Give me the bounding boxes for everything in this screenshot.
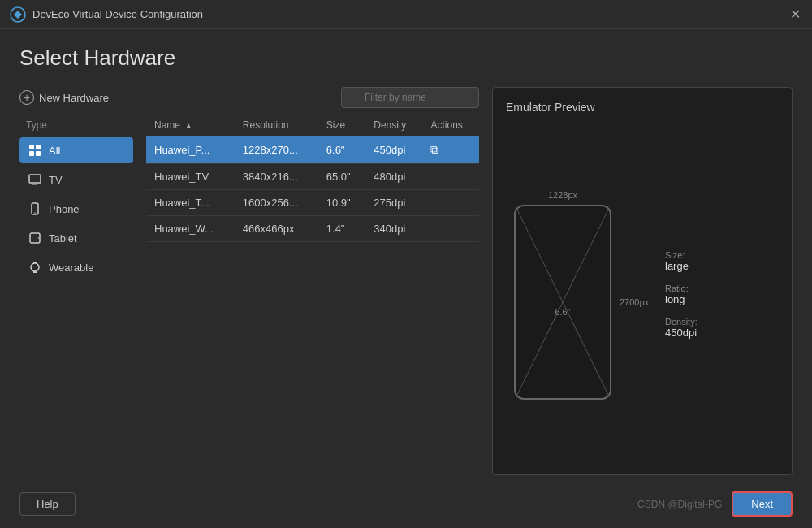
cell-resolution: 3840x216... xyxy=(235,164,318,190)
close-button[interactable]: ✕ xyxy=(788,7,802,22)
preview-info: Size: large Ratio: long Density: 450dpi xyxy=(665,250,738,339)
info-size: Size: large xyxy=(665,250,738,272)
table-row[interactable]: Huawei_W... 466x466px 1.4" 340dpi xyxy=(146,216,479,242)
svg-rect-13 xyxy=(33,271,37,273)
dim-center-label: 6.6" xyxy=(555,307,570,317)
filter-input[interactable] xyxy=(341,87,479,108)
cell-size: 1.4" xyxy=(318,216,365,242)
title-bar: DevEco Virtual Device Configuration ✕ xyxy=(0,0,812,29)
cell-size: 65.0" xyxy=(318,164,365,190)
app-logo-icon xyxy=(10,6,26,23)
bottom-bar: Help CSDN @Digital-PG Next xyxy=(19,482,793,528)
cell-actions xyxy=(422,164,479,190)
dim-top-label: 1228px xyxy=(548,190,577,200)
svg-rect-12 xyxy=(33,262,37,263)
cell-density: 275dpi xyxy=(365,190,422,216)
cell-size: 6.6" xyxy=(318,136,365,164)
help-button[interactable]: Help xyxy=(19,492,76,516)
table-row[interactable]: Huawei_P... 1228x270... 6.6" 450dpi ⧉ xyxy=(146,136,479,164)
svg-rect-1 xyxy=(29,145,34,149)
device-preview: 1228px 6.6" 2700px xyxy=(514,205,611,400)
cell-resolution: 1228x270... xyxy=(235,136,318,164)
center-panel: 🔍 Name ▲ Resolution Size Density Actions xyxy=(146,87,479,475)
bottom-right: CSDN @Digital-PG Next xyxy=(637,491,793,517)
sidebar-item-all[interactable]: All xyxy=(19,137,133,163)
col-name: Name ▲ xyxy=(146,115,235,136)
table-row[interactable]: Huawei_TV 3840x216... 65.0" 480dpi xyxy=(146,164,479,190)
density-label: Density: xyxy=(665,317,738,327)
toolbar: 🔍 xyxy=(146,87,479,108)
cell-actions xyxy=(422,190,479,216)
col-size: Size xyxy=(318,115,365,136)
info-ratio: Ratio: long xyxy=(665,283,738,305)
title-bar-left: DevEco Virtual Device Configuration xyxy=(10,6,203,23)
cell-name: Huawei_W... xyxy=(146,216,235,242)
page-title: Select Hardware xyxy=(19,45,793,71)
svg-point-11 xyxy=(31,263,39,271)
svg-rect-6 xyxy=(32,184,37,185)
cell-name: Huawei_P... xyxy=(146,136,235,164)
density-value: 450dpi xyxy=(665,327,738,339)
watermark-text: CSDN @Digital-PG xyxy=(637,499,722,510)
cell-name: Huawei_T... xyxy=(146,190,235,216)
filter-wrapper: 🔍 xyxy=(341,87,479,108)
sort-arrow-icon: ▲ xyxy=(184,121,192,130)
ratio-label: Ratio: xyxy=(665,283,738,293)
device-frame: 6.6" xyxy=(514,205,611,400)
size-value: large xyxy=(665,260,738,272)
copy-icon[interactable]: ⧉ xyxy=(430,143,438,156)
col-density: Density xyxy=(365,115,422,136)
main-content: Select Hardware + New Hardware Type All xyxy=(0,29,812,528)
sidebar-item-phone[interactable]: Phone xyxy=(19,196,133,222)
table-row[interactable]: Huawei_T... 1600x256... 10.9" 275dpi xyxy=(146,190,479,216)
svg-rect-5 xyxy=(29,175,41,183)
svg-point-10 xyxy=(38,237,40,239)
svg-rect-2 xyxy=(36,145,41,149)
sidebar-item-tv[interactable]: TV xyxy=(19,167,133,193)
col-actions: Actions xyxy=(422,115,479,136)
all-icon xyxy=(28,143,42,158)
cell-resolution: 1600x256... xyxy=(235,190,318,216)
preview-title: Emulator Preview xyxy=(506,101,779,114)
ratio-value: long xyxy=(665,293,738,305)
device-outer: 1228px 6.6" 2700px xyxy=(514,205,611,400)
phone-icon xyxy=(28,201,42,216)
device-diagonal-svg xyxy=(516,206,610,398)
sidebar-item-tablet-label: Tablet xyxy=(49,232,77,245)
cell-name: Huawei_TV xyxy=(146,164,235,190)
table-header-row: Name ▲ Resolution Size Density Actions xyxy=(146,115,479,136)
size-label: Size: xyxy=(665,250,738,260)
svg-rect-4 xyxy=(36,151,41,156)
svg-rect-3 xyxy=(29,151,34,156)
hardware-table: Name ▲ Resolution Size Density Actions H… xyxy=(146,115,479,242)
emulator-preview-panel: Emulator Preview 1228px 6.6" xyxy=(492,87,793,475)
sidebar-item-phone-label: Phone xyxy=(49,203,80,215)
tablet-icon xyxy=(28,231,42,245)
cell-resolution: 466x466px xyxy=(235,216,318,242)
dim-right-label: 2700px xyxy=(620,297,649,307)
content-area: + New Hardware Type All xyxy=(19,87,793,475)
preview-body: 1228px 6.6" 2700px xyxy=(506,127,779,461)
cell-size: 10.9" xyxy=(318,190,365,216)
info-density: Density: 450dpi xyxy=(665,317,738,339)
cell-density: 340dpi xyxy=(365,216,422,242)
svg-point-8 xyxy=(34,212,36,214)
tv-icon xyxy=(28,172,42,187)
cell-density: 450dpi xyxy=(365,136,422,164)
sidebar-item-all-label: All xyxy=(49,145,60,157)
app-title: DevEco Virtual Device Configuration xyxy=(32,8,203,20)
sidebar-item-wearable[interactable]: Wearable xyxy=(19,254,133,280)
new-hardware-button[interactable]: + New Hardware xyxy=(19,87,133,108)
type-label: Type xyxy=(19,118,133,132)
sidebar-item-tv-label: TV xyxy=(49,174,63,186)
cell-actions xyxy=(422,216,479,242)
cell-density: 480dpi xyxy=(365,164,422,190)
sidebar-item-tablet[interactable]: Tablet xyxy=(19,225,133,251)
new-hardware-label: New Hardware xyxy=(39,92,109,104)
left-panel: + New Hardware Type All xyxy=(19,87,133,475)
col-resolution: Resolution xyxy=(235,115,318,136)
next-button[interactable]: Next xyxy=(732,491,793,517)
cell-actions: ⧉ xyxy=(422,136,479,164)
plus-circle-icon: + xyxy=(19,90,34,105)
wearable-icon xyxy=(28,260,42,275)
